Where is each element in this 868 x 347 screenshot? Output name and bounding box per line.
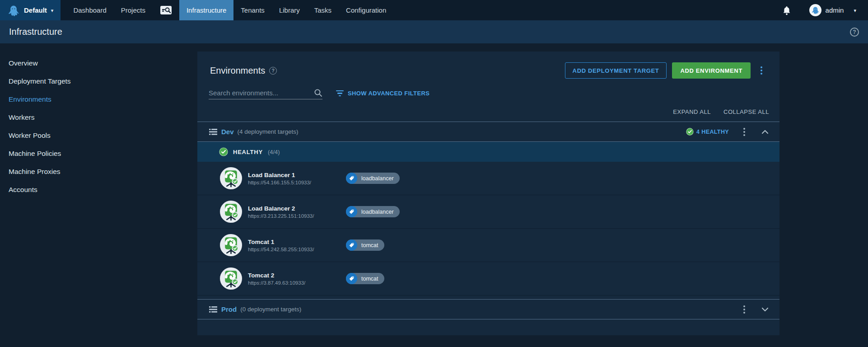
environment-icon: [209, 306, 217, 313]
target-role-label: loadbalancer: [361, 175, 394, 182]
target-name: Tomcat 1: [248, 239, 346, 245]
sidebar-item-workers[interactable]: Workers: [9, 108, 197, 127]
target-role-label: tomcat: [361, 242, 378, 249]
sidebar-item-machine-policies[interactable]: Machine Policies: [9, 145, 197, 163]
target-name: Load Balancer 1: [248, 172, 346, 178]
tag-icon: [346, 206, 357, 217]
sidebar-item-overview[interactable]: Overview: [9, 54, 197, 72]
group-overflow-menu-icon[interactable]: [739, 303, 750, 316]
deployment-target-row[interactable]: Load Balancer 2 https://3.213.225.151:10…: [197, 195, 779, 229]
nav-tenants[interactable]: Tenants: [233, 0, 272, 20]
show-advanced-filters-label: SHOW ADVANCED FILTERS: [348, 90, 429, 97]
environments-card: Environments ? ADD DEPLOYMENT TARGET ADD…: [197, 52, 779, 335]
filter-icon: [336, 90, 344, 97]
healthy-check-icon: [686, 128, 694, 136]
top-nav: Default ▾ Dashboard Projects Infrastruct…: [0, 0, 868, 20]
group-overflow-menu-icon[interactable]: [739, 125, 750, 139]
health-summary-label: 4 HEALTHY: [696, 129, 729, 135]
health-summary-badge: 4 HEALTHY: [686, 128, 729, 136]
nav-project-search-button[interactable]: [153, 0, 179, 20]
document-search-icon: [160, 5, 172, 15]
collapse-all-button[interactable]: COLLAPSE ALL: [723, 108, 769, 115]
collapse-group-chevron-up-icon[interactable]: [760, 128, 770, 136]
target-role-chip[interactable]: tomcat: [346, 273, 384, 284]
health-section-count: (4/4): [268, 149, 280, 155]
nav-tasks[interactable]: Tasks: [307, 0, 339, 20]
search-input[interactable]: [209, 89, 314, 97]
page-title: Infrastructure: [9, 27, 62, 37]
environments-help-icon[interactable]: ?: [269, 67, 277, 75]
target-url: https://54.166.155.5:10933/: [248, 180, 346, 185]
group-header-actions: [739, 303, 770, 316]
target-url: https://3.213.225.151:10933/: [248, 213, 346, 219]
tentacle-machine-icon: [220, 201, 242, 223]
content-area: Overview Deployment Targets Environments…: [0, 43, 868, 347]
sidebar-item-environments[interactable]: Environments: [9, 90, 197, 108]
group-header-prod[interactable]: Prod (0 deployment targets): [197, 299, 779, 319]
health-section-label: HEALTHY: [233, 149, 263, 155]
search-filter-row: SHOW ADVANCED FILTERS: [197, 79, 779, 99]
environment-group-dev: Dev (4 deployment targets) 4 HEALTHY: [197, 122, 779, 295]
target-name: Load Balancer 2: [248, 205, 346, 212]
target-role-chip[interactable]: loadbalancer: [346, 206, 400, 217]
target-role-chip[interactable]: tomcat: [346, 239, 384, 251]
nav-infrastructure[interactable]: Infrastructure: [179, 0, 233, 20]
main-nav: Dashboard Projects Infrastructure Tenant…: [66, 0, 393, 20]
infrastructure-sidebar: Overview Deployment Targets Environments…: [0, 43, 197, 199]
tentacle-machine-icon: [220, 267, 242, 290]
overflow-menu-icon[interactable]: [756, 64, 767, 77]
environment-icon: [209, 129, 217, 135]
tag-icon: [346, 273, 357, 284]
deployment-target-count: (0 deployment targets): [240, 306, 301, 313]
target-url: https://3.87.49.63:10933/: [248, 280, 346, 286]
deployment-target-row[interactable]: Tomcat 2 https://3.87.49.63:10933/ tomca…: [197, 262, 779, 295]
target-role-label: loadbalancer: [361, 209, 394, 215]
nav-configuration[interactable]: Configuration: [339, 0, 393, 20]
card-header: Environments ? ADD DEPLOYMENT TARGET ADD…: [197, 52, 779, 79]
deployment-target-row[interactable]: Tomcat 1 https://54.242.58.255:10933/ to…: [197, 229, 779, 262]
group-header-dev[interactable]: Dev (4 deployment targets) 4 HEALTHY: [197, 122, 779, 142]
healthy-check-icon: [219, 147, 228, 156]
card-actions: ADD DEPLOYMENT TARGET ADD ENVIRONMENT: [565, 62, 767, 79]
environment-group-prod: Prod (0 deployment targets): [197, 299, 779, 319]
expand-group-chevron-down-icon[interactable]: [760, 305, 770, 314]
nav-right-cluster: admin ▾: [782, 0, 868, 20]
chevron-down-icon: ▾: [51, 7, 54, 14]
tag-icon: [346, 173, 357, 184]
card-title: Environments: [210, 66, 265, 76]
show-advanced-filters-button[interactable]: SHOW ADVANCED FILTERS: [336, 90, 429, 99]
expand-collapse-row: EXPAND ALL COLLAPSE ALL: [197, 99, 779, 122]
target-name: Tomcat 2: [248, 272, 346, 279]
notifications-bell-icon[interactable]: [782, 5, 791, 15]
health-section-header: HEALTHY (4/4): [197, 142, 779, 162]
sidebar-item-accounts[interactable]: Accounts: [9, 181, 197, 199]
search-field: [209, 89, 322, 99]
nav-projects[interactable]: Projects: [114, 0, 153, 20]
target-url: https://54.242.58.255:10933/: [248, 247, 346, 252]
space-chooser[interactable]: Default ▾: [0, 0, 61, 20]
environment-name-link[interactable]: Prod: [221, 305, 237, 313]
nav-library[interactable]: Library: [272, 0, 307, 20]
page-header: Infrastructure ?: [0, 20, 868, 43]
user-avatar[interactable]: [809, 4, 821, 16]
tag-icon: [346, 239, 357, 251]
target-role-label: tomcat: [361, 276, 378, 282]
space-name: Default: [24, 6, 47, 14]
sidebar-item-worker-pools[interactable]: Worker Pools: [9, 127, 197, 145]
sidebar-item-deployment-targets[interactable]: Deployment Targets: [9, 72, 197, 90]
username-label: admin: [826, 6, 844, 14]
group-header-actions: 4 HEALTHY: [686, 125, 770, 139]
user-menu-chevron-icon[interactable]: ▾: [854, 7, 856, 14]
nav-dashboard[interactable]: Dashboard: [66, 0, 113, 20]
sidebar-item-machine-proxies[interactable]: Machine Proxies: [9, 163, 197, 181]
deployment-target-row[interactable]: Load Balancer 1 https://54.166.155.5:109…: [197, 162, 779, 195]
search-icon: [314, 89, 322, 97]
add-environment-button[interactable]: ADD ENVIRONMENT: [672, 62, 751, 79]
tentacle-machine-icon: [220, 167, 242, 189]
deployment-target-count: (4 deployment targets): [238, 128, 299, 135]
environment-name-link[interactable]: Dev: [221, 128, 234, 136]
expand-all-button[interactable]: EXPAND ALL: [673, 108, 711, 115]
target-role-chip[interactable]: loadbalancer: [346, 173, 400, 184]
help-icon[interactable]: ?: [850, 28, 859, 37]
add-deployment-target-button[interactable]: ADD DEPLOYMENT TARGET: [565, 62, 667, 79]
